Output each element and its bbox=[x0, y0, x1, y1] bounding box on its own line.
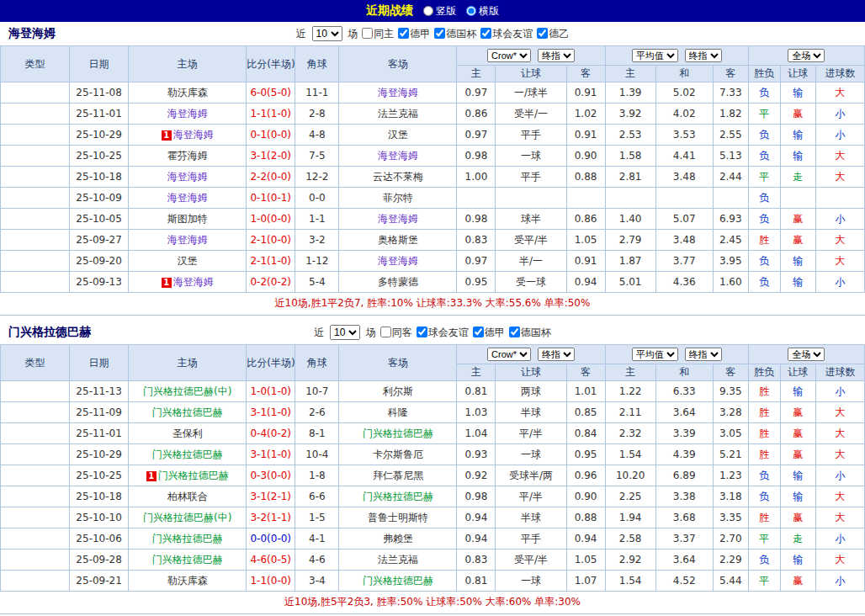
recent-count-select[interactable]: 10 bbox=[330, 325, 360, 340]
filter-competition-0[interactable]: 德甲 bbox=[395, 28, 430, 40]
corner-score: 5-4 bbox=[295, 272, 339, 293]
col-header-avg-draw: 和 bbox=[655, 364, 713, 381]
match-type-badge: 德甲 bbox=[1, 528, 70, 550]
match-row: 德甲25-11-08勒沃库森6-0(5-0)11-1海登海姆0.97一/球半0.… bbox=[1, 82, 865, 104]
odds-handicap: 受平/半 bbox=[496, 550, 566, 571]
odds-handicap: 平手 bbox=[496, 167, 566, 188]
filter-competition-2-checkbox[interactable] bbox=[480, 28, 491, 39]
result-goals: 大 bbox=[815, 146, 864, 167]
match-date: 25-09-28 bbox=[70, 550, 129, 571]
home-team: 门兴格拉德巴赫(中) bbox=[129, 381, 247, 402]
away-team-name: 卡尔斯鲁厄 bbox=[373, 449, 423, 460]
match-type-badge: 德甲 bbox=[1, 251, 70, 272]
filter-venue-checkbox[interactable] bbox=[380, 327, 391, 337]
result-goals: 小 bbox=[815, 571, 864, 592]
home-team: 勒沃库森 bbox=[129, 82, 247, 104]
result-outcome: 平 bbox=[748, 167, 780, 188]
filter-venue[interactable]: 同主 bbox=[358, 28, 394, 40]
recent-count-select[interactable]: 10 bbox=[312, 26, 342, 41]
team-name: 门兴格拉德巴赫 bbox=[8, 325, 91, 340]
layout-radio-vertical[interactable]: 竖版 bbox=[423, 4, 456, 19]
match-row: 德甲25-10-18海登海姆2-2(0-0)12-2云达不莱梅1.00平手0.8… bbox=[1, 167, 865, 188]
filter-competition-2-checkbox[interactable] bbox=[509, 327, 520, 337]
match-type-badge: 德甲 bbox=[1, 82, 70, 104]
home-team-name: 门兴格拉德巴赫 bbox=[152, 406, 223, 418]
match-date: 25-11-08 bbox=[70, 82, 129, 104]
avg-home: 1.39 bbox=[605, 82, 655, 104]
home-team-name: 海登海姆 bbox=[167, 234, 208, 246]
filter-competition-3-checkbox[interactable] bbox=[537, 28, 548, 39]
away-team: 汉堡 bbox=[339, 125, 457, 146]
odds-stage-select[interactable]: 终指 bbox=[538, 49, 575, 62]
match-type-badge: 德甲 bbox=[1, 146, 70, 167]
layout-radio-input[interactable] bbox=[423, 6, 433, 16]
odds-handicap: 受半/一 bbox=[496, 104, 566, 125]
filter-competition-1[interactable]: 德甲 bbox=[470, 327, 505, 338]
odds-home: 0.83 bbox=[457, 230, 496, 251]
match-type-badge: 德甲 bbox=[1, 209, 70, 230]
col-header-type: 类型 bbox=[1, 345, 70, 381]
odds-away: 0.86 bbox=[566, 209, 605, 230]
filter-competition-1[interactable]: 德国杯 bbox=[431, 28, 476, 40]
table-header-row: 类型 日期 主场 比分(半场) 角球 客场 Crow* 终指 平均值 终指 bbox=[1, 345, 865, 364]
match-score: 1-1(1-0) bbox=[247, 104, 295, 125]
layout-radio-horizontal[interactable]: 横版 bbox=[466, 4, 499, 19]
average-select[interactable]: 平均值 bbox=[632, 49, 678, 62]
match-type-badge: 德甲 bbox=[1, 465, 70, 486]
odds-handicap: 平/半 bbox=[496, 486, 566, 507]
home-team-name: 门兴格拉德巴赫 bbox=[152, 533, 223, 544]
result-outcome: 胜 bbox=[748, 230, 780, 251]
fulltime-scope-select[interactable]: 全场 bbox=[788, 49, 825, 62]
filter-competition-2[interactable]: 球会友谊 bbox=[477, 28, 533, 40]
odds-away: 1.02 bbox=[566, 104, 605, 125]
match-row: 德甲25-09-28门兴格拉德巴赫4-6(0-5)4-6法兰克福0.83受平/半… bbox=[1, 550, 865, 571]
corner-score: 1-5 bbox=[295, 507, 339, 528]
odds-home: 0.94 bbox=[457, 507, 496, 528]
avg-draw: 6.89 bbox=[655, 465, 713, 486]
home-team: 海登海姆 bbox=[129, 104, 247, 125]
match-score: 3-1(2-0) bbox=[247, 146, 295, 167]
odds-stage-select[interactable]: 终指 bbox=[538, 348, 575, 361]
average-stage-select[interactable]: 终指 bbox=[685, 348, 722, 361]
filter-competition-3[interactable]: 德乙 bbox=[533, 28, 569, 40]
match-score: 3-1(2-1) bbox=[247, 486, 295, 507]
result-goals: 大 bbox=[815, 423, 864, 444]
scope-select-cell: 全场 bbox=[748, 345, 864, 364]
filter-competition-2[interactable]: 德国杯 bbox=[506, 327, 551, 338]
away-team: 门兴格拉德巴赫 bbox=[339, 486, 457, 507]
away-team-name: 门兴格拉德巴赫 bbox=[363, 491, 433, 502]
col-header-avg-home: 主 bbox=[605, 364, 655, 381]
filter-venue[interactable]: 同客 bbox=[377, 327, 412, 338]
odds-handicap: 受一球 bbox=[496, 272, 566, 293]
bookmaker-select[interactable]: Crow* bbox=[487, 348, 531, 361]
layout-radio-input[interactable] bbox=[466, 6, 476, 16]
away-team-name: 弗赖堡 bbox=[383, 533, 413, 544]
odds-home: 1.00 bbox=[457, 167, 496, 188]
avg-away: 5.13 bbox=[713, 146, 748, 167]
odds-home: 0.97 bbox=[457, 251, 496, 272]
topbar: 近期战绩 竖版横版 bbox=[0, 0, 865, 22]
fulltime-scope-select[interactable]: 全场 bbox=[788, 348, 825, 361]
bookmaker-select[interactable]: Crow* bbox=[487, 49, 531, 62]
home-team: 1门兴格拉德巴赫 bbox=[129, 465, 247, 486]
odds-home: 0.95 bbox=[457, 272, 496, 293]
filter-competition-0-checkbox[interactable] bbox=[417, 327, 427, 337]
filter-competition-0[interactable]: 球会友谊 bbox=[413, 327, 469, 338]
odds-home: 0.83 bbox=[457, 550, 496, 571]
home-team-name: 门兴格拉德巴赫(中) bbox=[143, 385, 231, 397]
filter-competition-1-checkbox[interactable] bbox=[473, 327, 484, 337]
filter-competition-0-checkbox[interactable] bbox=[398, 28, 409, 39]
odds-home: 0.98 bbox=[457, 146, 496, 167]
average-stage-select[interactable]: 终指 bbox=[685, 49, 722, 62]
filter-competition-1-checkbox[interactable] bbox=[434, 28, 445, 39]
result-handicap: 赢 bbox=[780, 104, 815, 125]
match-score: 0-3(0-0) bbox=[247, 465, 295, 486]
match-date: 25-10-29 bbox=[70, 444, 129, 465]
match-date: 25-10-29 bbox=[70, 125, 129, 146]
average-select[interactable]: 平均值 bbox=[632, 348, 678, 361]
match-type-badge: 德甲 bbox=[1, 423, 70, 444]
match-row: 球会友谊25-11-13门兴格拉德巴赫(中)1-0(1-0)10-7利尔斯0.8… bbox=[1, 381, 865, 402]
col-header-away: 客场 bbox=[339, 46, 457, 82]
result-goals: 大 bbox=[815, 444, 864, 465]
filter-venue-checkbox[interactable] bbox=[362, 28, 373, 39]
